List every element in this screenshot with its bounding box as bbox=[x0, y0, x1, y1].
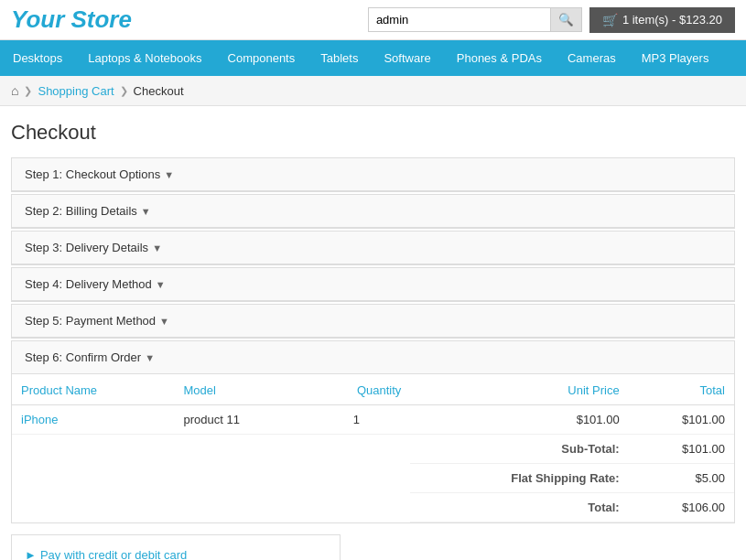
step-2-header[interactable]: Step 2: Billing Details ▼ bbox=[12, 195, 734, 228]
step-2: Step 2: Billing Details ▼ bbox=[11, 194, 735, 229]
payment-toggle[interactable]: ► Pay with credit or debit card bbox=[25, 548, 327, 560]
nav-list: DesktopsLaptops & NotebooksComponentsTab… bbox=[0, 40, 746, 76]
search-button[interactable]: 🔍 bbox=[551, 7, 582, 32]
product-link[interactable]: iPhone bbox=[21, 413, 58, 426]
step-2-label: Step 2: Billing Details bbox=[25, 204, 137, 218]
step-3: Step 3: Delivery Details ▼ bbox=[11, 231, 735, 265]
col-quantity: Quantity bbox=[303, 376, 411, 405]
store-title[interactable]: Your Store bbox=[11, 5, 132, 34]
breadcrumb-checkout: Checkout bbox=[134, 84, 184, 98]
summary-value: $101.00 bbox=[629, 435, 734, 464]
checkout-steps: Step 1: Checkout Options ▼ Step 2: Billi… bbox=[11, 157, 735, 339]
step-3-header[interactable]: Step 3: Delivery Details ▼ bbox=[12, 232, 734, 264]
step-1: Step 1: Checkout Options ▼ bbox=[11, 157, 735, 192]
step-3-label: Step 3: Delivery Details bbox=[25, 241, 148, 254]
order-table-body: iPhone product 11 1 $101.00 $101.00 Sub-… bbox=[12, 405, 734, 522]
table-row: iPhone product 11 1 $101.00 $101.00 bbox=[12, 405, 734, 435]
step-6-header[interactable]: Step 6: Confirm Order ▼ bbox=[12, 341, 734, 374]
home-icon[interactable]: ⌂ bbox=[11, 83, 18, 98]
nav-item: Phones & PDAs bbox=[444, 40, 555, 76]
unit-price-cell: $101.00 bbox=[410, 405, 628, 435]
cart-button[interactable]: 🛒 1 item(s) - $123.20 bbox=[589, 7, 735, 33]
summary-empty bbox=[12, 464, 410, 493]
col-unit-price: Unit Price bbox=[410, 376, 628, 405]
nav-item: MP3 Players bbox=[629, 40, 722, 76]
nav-link[interactable]: Tablets bbox=[308, 40, 371, 76]
header: Your Store 🔍 🛒 1 item(s) - $123.20 bbox=[0, 0, 746, 40]
summary-row: Sub-Total: $101.00 bbox=[12, 435, 734, 464]
summary-empty bbox=[12, 435, 410, 464]
search-form: 🔍 bbox=[368, 7, 582, 32]
quantity-cell: 1 bbox=[303, 405, 411, 435]
step-5-header[interactable]: Step 5: Payment Method ▼ bbox=[12, 305, 734, 338]
total-cell: $101.00 bbox=[629, 405, 734, 435]
step-1-label: Step 1: Checkout Options bbox=[25, 167, 160, 181]
nav-item: Components bbox=[215, 40, 308, 76]
step-6-arrow: ▼ bbox=[145, 352, 155, 363]
page-title: Checkout bbox=[11, 121, 735, 145]
step-1-arrow: ▼ bbox=[164, 169, 174, 180]
summary-label: Sub-Total: bbox=[410, 435, 628, 464]
step-4-arrow: ▼ bbox=[156, 279, 166, 290]
step-4: Step 4: Delivery Method ▼ bbox=[11, 267, 735, 302]
model-cell: product 11 bbox=[174, 405, 302, 435]
nav-link[interactable]: MP3 Players bbox=[629, 40, 722, 76]
nav-item: Tablets bbox=[308, 40, 371, 76]
step-3-arrow: ▼ bbox=[152, 242, 162, 253]
payment-toggle-label: Pay with credit or debit card bbox=[40, 548, 187, 560]
nav-link[interactable]: Desktops bbox=[0, 40, 75, 76]
header-right: 🔍 🛒 1 item(s) - $123.20 bbox=[368, 7, 735, 33]
step-5-arrow: ▼ bbox=[159, 316, 169, 327]
nav-item: Laptops & Notebooks bbox=[75, 40, 214, 76]
nav-link[interactable]: Components bbox=[215, 40, 308, 76]
breadcrumb-sep-1: ❯ bbox=[24, 85, 32, 97]
summary-label: Flat Shipping Rate: bbox=[410, 464, 628, 493]
summary-row: Flat Shipping Rate: $5.00 bbox=[12, 464, 734, 493]
product-name-cell: iPhone bbox=[12, 405, 174, 435]
summary-value: $106.00 bbox=[629, 493, 734, 522]
nav-link[interactable]: Software bbox=[371, 40, 443, 76]
nav-link[interactable]: Laptops & Notebooks bbox=[75, 40, 214, 76]
step-6-label: Step 6: Confirm Order bbox=[25, 350, 141, 364]
main-content: Checkout Step 1: Checkout Options ▼ Step… bbox=[0, 106, 746, 560]
payment-toggle-arrow: ► bbox=[25, 548, 37, 560]
nav-item: Desktops bbox=[0, 40, 75, 76]
step-4-label: Step 4: Delivery Method bbox=[25, 277, 152, 291]
step-5-label: Step 5: Payment Method bbox=[25, 314, 156, 328]
nav-item: Cameras bbox=[555, 40, 629, 76]
step-6-confirm: Step 6: Confirm Order ▼ Product Name Mod… bbox=[11, 340, 735, 523]
nav-item: Software bbox=[371, 40, 443, 76]
main-navigation: DesktopsLaptops & NotebooksComponentsTab… bbox=[0, 40, 746, 76]
step-2-arrow: ▼ bbox=[141, 206, 151, 217]
nav-link[interactable]: Cameras bbox=[555, 40, 629, 76]
search-input[interactable] bbox=[368, 7, 551, 32]
cart-label: 1 item(s) - $123.20 bbox=[622, 13, 722, 27]
search-icon: 🔍 bbox=[558, 13, 574, 27]
summary-row: Total: $106.00 bbox=[12, 493, 734, 522]
col-total: Total bbox=[629, 376, 734, 405]
breadcrumb-sep-2: ❯ bbox=[120, 85, 128, 97]
step-4-header[interactable]: Step 4: Delivery Method ▼ bbox=[12, 268, 734, 301]
step-1-header[interactable]: Step 1: Checkout Options ▼ bbox=[12, 158, 734, 191]
col-model: Model bbox=[174, 376, 302, 405]
payment-section: ► Pay with credit or debit card Card num… bbox=[11, 534, 341, 560]
col-product-name: Product Name bbox=[12, 376, 174, 405]
step-6-content: Product Name Model Quantity Unit Price T… bbox=[12, 376, 734, 522]
order-table: Product Name Model Quantity Unit Price T… bbox=[12, 376, 734, 522]
cart-icon: 🛒 bbox=[602, 13, 618, 27]
step-5: Step 5: Payment Method ▼ bbox=[11, 304, 735, 339]
summary-empty bbox=[12, 493, 410, 522]
summary-label: Total: bbox=[410, 493, 628, 522]
breadcrumb: ⌂ ❯ Shopping Cart ❯ Checkout bbox=[0, 76, 746, 106]
breadcrumb-shopping-cart[interactable]: Shopping Cart bbox=[38, 84, 114, 98]
summary-value: $5.00 bbox=[629, 464, 734, 493]
nav-link[interactable]: Phones & PDAs bbox=[444, 40, 555, 76]
